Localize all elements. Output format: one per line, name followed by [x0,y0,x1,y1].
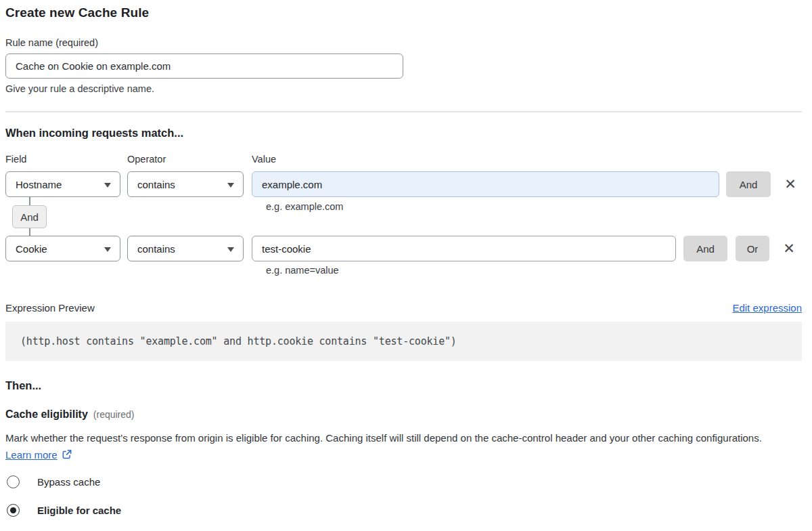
then-heading: Then... [5,379,802,392]
chevron-down-icon [227,247,234,252]
close-icon[interactable]: ✕ [783,171,798,197]
and-button-row-2[interactable]: And [683,236,727,261]
learn-more-link[interactable]: Learn more [5,449,58,461]
match-row-1: Hostname contains And ✕ [5,171,798,197]
expression-header: Expression Preview Edit expression [5,302,802,314]
radio-circle-unselected [7,475,20,488]
expression-code-block: (http.host contains "example.com" and ht… [5,322,802,361]
chevron-down-icon [104,247,111,252]
field-select-hostname[interactable]: Hostname [5,171,120,197]
operator-column-label: Operator [127,154,244,165]
page-title: Create new Cache Rule [5,5,802,20]
external-link-icon [62,448,72,465]
value-helper-1: e.g. example.com [266,201,343,212]
value-input-1[interactable] [252,171,719,197]
cache-eligibility-description: Mark whether the request’s response from… [5,429,790,465]
value-input-2[interactable] [252,236,676,261]
and-button-row-1[interactable]: And [726,171,771,197]
operator-select-2[interactable]: contains [127,236,244,261]
match-row-2: Cookie contains And Or ✕ [5,236,796,261]
description-text: Mark whether the request’s response from… [5,432,762,444]
operator-select-1[interactable]: contains [127,171,244,197]
match-column-labels: Field Operator Value [5,154,802,165]
value-helper-2: e.g. name=value [266,265,339,276]
match-rows: Hostname contains And ✕ e.g. example.com… [5,171,802,280]
radio-label: Bypass cache [37,476,100,488]
required-tag: (required) [93,409,135,420]
radio-circle-selected [7,504,20,517]
edit-expression-link[interactable]: Edit expression [732,302,802,314]
operator-select-value: contains [137,179,175,190]
field-select-value: Cookie [16,243,47,255]
close-icon[interactable]: ✕ [782,236,796,261]
create-cache-rule-page: Create new Cache Rule Rule name (require… [0,0,812,517]
or-button-row-2[interactable]: Or [736,236,769,261]
rule-name-input[interactable] [5,54,403,79]
chevron-down-icon [227,183,234,188]
radio-eligible-for-cache[interactable]: Eligible for cache [7,504,802,517]
chevron-down-icon [104,183,111,188]
radio-label: Eligible for cache [37,505,121,516]
radio-dot [10,507,16,513]
cache-eligibility-title: Cache eligibility [5,408,88,421]
cache-eligibility-header: Cache eligibility (required) [5,408,802,421]
field-select-cookie[interactable]: Cookie [5,236,120,261]
field-select-value: Hostname [16,179,62,190]
rule-name-label: Rule name (required) [5,37,802,48]
value-column-label: Value [252,154,276,165]
expression-preview-label: Expression Preview [5,302,95,314]
rule-name-helper: Give your rule a descriptive name. [5,83,802,94]
section-divider [5,111,802,112]
match-heading: When incoming requests match... [5,127,802,140]
operator-select-value: contains [137,243,175,255]
and-connector-chip[interactable]: And [12,205,47,228]
radio-bypass-cache[interactable]: Bypass cache [7,475,802,488]
field-column-label: Field [5,154,120,165]
